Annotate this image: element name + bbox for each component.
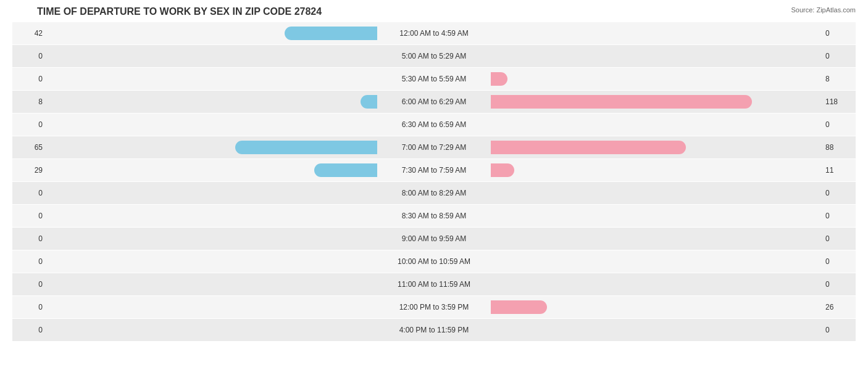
bar-male: [285, 27, 377, 40]
female-value: 0: [822, 212, 856, 220]
female-value: 0: [822, 234, 856, 243]
female-value: 88: [822, 143, 856, 152]
right-bar-area: [490, 72, 822, 86]
male-value: 0: [12, 326, 46, 334]
bars-center: 9:00 AM to 9:59 AM: [46, 228, 822, 250]
bars-center: 6:00 AM to 6:29 AM: [46, 91, 822, 113]
right-bar-area: [490, 300, 822, 314]
left-bar-area: [46, 300, 378, 314]
right-bar-area: [490, 141, 822, 154]
chart-area: 4212:00 AM to 4:59 AM005:00 AM to 5:29 A…: [12, 22, 856, 318]
time-label: 6:30 AM to 6:59 AM: [378, 120, 490, 129]
left-bar-area: [46, 27, 378, 40]
right-bar-area: [490, 209, 822, 223]
bar-row: 06:30 AM to 6:59 AM0: [12, 113, 856, 136]
right-bar-area: [490, 27, 822, 40]
left-bar-area: [46, 323, 378, 337]
female-value: 0: [822, 326, 856, 334]
female-value: 0: [822, 120, 856, 129]
time-label: 9:00 AM to 9:59 AM: [378, 234, 490, 243]
left-bar-area: [46, 118, 378, 131]
male-value: 0: [12, 257, 46, 266]
source-text: Source: ZipAtlas.com: [791, 6, 856, 14]
female-value: 0: [822, 280, 856, 289]
male-value: 42: [12, 29, 46, 38]
bar-male: [361, 95, 377, 109]
female-value: 0: [822, 257, 856, 266]
bar-female: [491, 141, 686, 154]
time-label: 7:30 AM to 7:59 AM: [378, 166, 490, 175]
male-value: 0: [12, 189, 46, 197]
male-value: 0: [12, 52, 46, 60]
female-value: 0: [822, 29, 856, 38]
left-bar-area: [46, 278, 378, 291]
male-value: 0: [12, 120, 46, 129]
time-label: 10:00 AM to 10:59 AM: [378, 257, 490, 266]
time-label: 12:00 PM to 3:59 PM: [378, 303, 490, 311]
time-label: 6:00 AM to 6:29 AM: [378, 97, 490, 106]
time-label: 11:00 AM to 11:59 AM: [378, 280, 490, 289]
bar-male: [235, 141, 377, 154]
bars-center: 8:30 AM to 8:59 AM: [46, 205, 822, 227]
bar-female: [491, 163, 514, 177]
male-value: 0: [12, 234, 46, 243]
male-value: 0: [12, 303, 46, 311]
bars-center: 7:30 AM to 7:59 AM: [46, 159, 822, 181]
right-bar-area: [490, 186, 822, 200]
female-value: 11: [822, 166, 856, 175]
bars-center: 12:00 PM to 3:59 PM: [46, 296, 822, 318]
bar-row: 86:00 AM to 6:29 AM118: [12, 91, 856, 113]
right-bar-area: [490, 49, 822, 63]
bar-row: 4212:00 AM to 4:59 AM0: [12, 22, 856, 44]
male-value: 65: [12, 143, 46, 152]
male-value: 8: [12, 97, 46, 106]
right-bar-area: [490, 232, 822, 245]
female-value: 8: [822, 75, 856, 83]
left-bar-area: [46, 95, 378, 109]
right-bar-area: [490, 323, 822, 337]
left-bar-area: [46, 141, 378, 154]
right-bar-area: [490, 118, 822, 131]
male-value: 0: [12, 280, 46, 289]
left-bar-area: [46, 163, 378, 177]
bar-row: 297:30 AM to 7:59 AM11: [12, 159, 856, 181]
bar-row: 657:00 AM to 7:29 AM88: [12, 136, 856, 159]
time-label: 8:00 AM to 8:29 AM: [378, 189, 490, 197]
time-label: 7:00 AM to 7:29 AM: [378, 143, 490, 152]
left-bar-area: [46, 49, 378, 63]
right-bar-area: [490, 278, 822, 291]
bars-center: 8:00 AM to 8:29 AM: [46, 182, 822, 204]
bars-center: 5:30 AM to 5:59 AM: [46, 68, 822, 90]
bars-center: 7:00 AM to 7:29 AM: [46, 136, 822, 159]
bar-row: 010:00 AM to 10:59 AM0: [12, 250, 856, 273]
time-label: 4:00 PM to 11:59 PM: [378, 326, 490, 334]
female-value: 0: [822, 189, 856, 197]
chart-container: TIME OF DEPARTURE TO WORK BY SEX IN ZIP …: [0, 0, 868, 367]
bar-female: [491, 72, 507, 86]
right-bar-area: [490, 95, 822, 109]
time-label: 5:30 AM to 5:59 AM: [378, 75, 490, 83]
bars-center: 4:00 PM to 11:59 PM: [46, 319, 822, 341]
female-value: 118: [822, 97, 856, 106]
bar-male: [314, 163, 377, 177]
bar-row: 012:00 PM to 3:59 PM26: [12, 296, 856, 318]
bars-center: 12:00 AM to 4:59 AM: [46, 22, 822, 44]
male-value: 29: [12, 166, 46, 175]
bars-center: 10:00 AM to 10:59 AM: [46, 250, 822, 273]
time-label: 12:00 AM to 4:59 AM: [378, 29, 490, 38]
female-value: 0: [822, 52, 856, 60]
time-label: 8:30 AM to 8:59 AM: [378, 212, 490, 220]
bar-row: 05:00 AM to 5:29 AM0: [12, 45, 856, 67]
male-value: 0: [12, 75, 46, 83]
right-bar-area: [490, 255, 822, 268]
left-bar-area: [46, 209, 378, 223]
bars-center: 5:00 AM to 5:29 AM: [46, 45, 822, 67]
bar-row: 09:00 AM to 9:59 AM0: [12, 228, 856, 250]
bar-row: 011:00 AM to 11:59 AM0: [12, 273, 856, 295]
left-bar-area: [46, 255, 378, 268]
right-bar-area: [490, 163, 822, 177]
male-value: 0: [12, 212, 46, 220]
bar-row: 08:30 AM to 8:59 AM0: [12, 205, 856, 227]
left-bar-area: [46, 186, 378, 200]
left-bar-area: [46, 232, 378, 245]
